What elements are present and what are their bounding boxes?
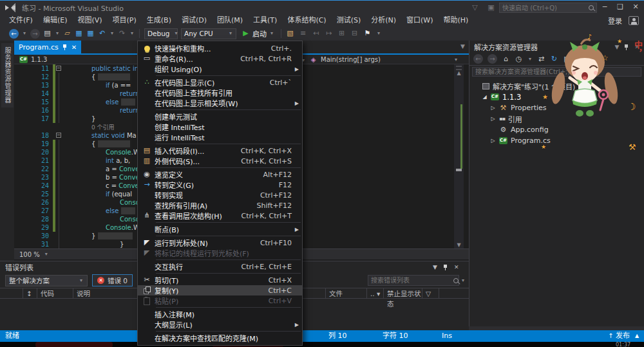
minimize-button[interactable]: −: [598, 1, 612, 14]
context-menu-item[interactable]: 在代码图上显示相关项(W)▶: [138, 98, 302, 108]
menubar-item[interactable]: 项目(P): [108, 15, 142, 26]
start-debugging-button[interactable]: ▶ 启动 ▾: [240, 28, 276, 39]
context-menu-item[interactable]: 复制(Y)Ctrl+C: [138, 285, 302, 295]
sync-active-document-icon[interactable]: ⇄: [537, 55, 545, 64]
context-menu-item[interactable]: 转到实现Ctrl+F12: [138, 190, 302, 200]
panel-dropdown-icon[interactable]: ▼: [615, 44, 620, 50]
menubar-item[interactable]: 帮助(H): [439, 15, 474, 26]
collapsed-arrow-icon[interactable]: ▷: [490, 105, 496, 111]
save-all-icon[interactable]: ▦: [86, 29, 95, 38]
menubar-item[interactable]: 视图(V): [72, 15, 107, 26]
send-feedback-icon[interactable]: ▣: [487, 3, 495, 12]
context-menu-item[interactable]: ∴在代码图上显示(C)Ctrl+`: [138, 77, 302, 88]
errors-filter-button[interactable]: ✕ 错误 0: [92, 274, 133, 286]
expanded-arrow-icon[interactable]: ◢: [482, 94, 488, 100]
user-avatar-icon[interactable]: [629, 16, 639, 25]
navigate-forward-icon[interactable]: ↦: [325, 29, 333, 38]
toolbar-options-icon[interactable]: ≡: [299, 29, 307, 38]
error-search-input[interactable]: [371, 277, 451, 284]
context-menu-item[interactable]: 快速操作和重构...Ctrl+.: [138, 43, 302, 53]
menubar-item[interactable]: 体系结构(C): [282, 15, 331, 26]
column-header-severity-column[interactable]: [0, 288, 23, 299]
tree-item--[interactable]: ▷▪▪引用: [469, 113, 644, 124]
bookmark-dropdown-icon[interactable]: ▾: [376, 29, 381, 38]
solution-search-box[interactable]: [472, 67, 641, 77]
pin-icon[interactable]: [624, 44, 629, 50]
menubar-item[interactable]: 测试(S): [332, 15, 366, 26]
back-icon-dim[interactable]: ←: [473, 54, 483, 64]
context-menu-item[interactable]: 大纲显示(L)▶: [138, 319, 302, 330]
context-menu-item[interactable]: 交互执行Ctrl+E, Ctrl+E: [138, 261, 302, 272]
pin-icon[interactable]: [62, 44, 68, 50]
collapsed-arrow-icon[interactable]: ▷: [490, 116, 496, 122]
menubar-item[interactable]: 工具(T): [248, 15, 282, 26]
context-menu-item[interactable]: 断点(B)▶: [138, 224, 302, 234]
open-folder-icon[interactable]: ▱: [63, 29, 71, 38]
panel-close-icon[interactable]: ✕: [454, 264, 459, 270]
menubar-item[interactable]: 编辑(E): [38, 15, 73, 26]
new-item-icon[interactable]: ▤: [43, 29, 52, 38]
context-menu-item[interactable]: ▤插入代码段(I)...Ctrl+K, Ctrl+X: [138, 145, 302, 156]
new-item-dropdown-icon[interactable]: ▾: [55, 29, 60, 38]
members-dropdown-icon[interactable]: ▾: [453, 55, 459, 64]
error-scope-dropdown[interactable]: 整个解决方案 ▾: [5, 275, 88, 286]
column-header-file-more-column[interactable]: .. ▾: [367, 288, 384, 299]
uncomment-icon[interactable]: ⊟: [350, 29, 359, 38]
save-icon[interactable]: ▦: [75, 29, 83, 38]
context-menu-item[interactable]: ⋔查看调用层次结构(H)Ctrl+K, Ctrl+T: [138, 211, 302, 221]
search-dropdown-icon[interactable]: ▾: [460, 276, 466, 285]
column-header-file-column[interactable]: 文件: [326, 288, 367, 299]
undo-icon[interactable]: ↶: [98, 29, 106, 38]
tree-item-1.1.3[interactable]: ◢C#1.1.3: [469, 91, 644, 102]
context-menu-item[interactable]: 查找所有引用(A)Shift+F12: [138, 200, 302, 211]
publish-expand-icon[interactable]: ▲: [635, 330, 639, 342]
back-icon[interactable]: ←: [9, 29, 19, 39]
context-menu-item[interactable]: ▭重命名(R)...Ctrl+R, Ctrl+R: [138, 53, 302, 64]
refresh-icon[interactable]: ↻: [550, 55, 558, 64]
zoom-dropdown-icon[interactable]: ▾: [44, 250, 49, 259]
editor-vertical-scrollbar[interactable]: ▲ ▼: [454, 64, 464, 249]
publish-button[interactable]: 发布: [616, 330, 630, 342]
scroll-down-icon[interactable]: ▼: [454, 242, 464, 248]
menubar-item[interactable]: 窗口(W): [401, 15, 438, 26]
context-menu-item[interactable]: 在代码图上查找所有引用: [138, 88, 302, 98]
redo-icon[interactable]: ↷: [118, 29, 126, 38]
context-menu-item[interactable]: 插入注释(M): [138, 309, 302, 319]
fold-collapse-icon[interactable]: −: [56, 66, 61, 71]
context-menu-item[interactable]: ✂剪切(T)Ctrl+X: [138, 275, 302, 285]
context-menu-item[interactable]: 在解决方案中查找匹配的克隆(M): [138, 333, 302, 343]
pending-changes-filter-icon[interactable]: ◷: [515, 55, 523, 64]
start-dropdown-icon[interactable]: ▾: [269, 29, 274, 38]
context-menu-item[interactable]: 组织 Using(O)▶: [138, 64, 302, 74]
zoom-level-dropdown[interactable]: 100 %: [19, 251, 40, 258]
context-menu-item[interactable]: 运行 IntelliTest: [138, 132, 302, 142]
column-header-filter-column[interactable]: ▽: [422, 288, 439, 299]
tree-item--1-[interactable]: 解决方案"练习"(1 个项目): [469, 80, 644, 91]
quick-launch-input[interactable]: [502, 5, 586, 12]
quick-launch-box[interactable]: [499, 3, 597, 13]
navigate-backward-icon[interactable]: ↤: [312, 29, 320, 38]
properties-page-icon[interactable]: ⚙: [589, 55, 597, 64]
show-all-files-icon[interactable]: ▤: [563, 55, 571, 64]
find-in-files-icon[interactable]: ▧: [286, 29, 294, 38]
context-menu-item[interactable]: 创建 IntelliTest: [138, 122, 302, 132]
context-menu-item[interactable]: ▥外侧代码(S)...Ctrl+K, Ctrl+S: [138, 156, 302, 166]
solution-platforms-dropdown[interactable]: Any CPU▾: [181, 28, 236, 39]
column-header-code-column[interactable]: 代码: [37, 288, 73, 299]
splitter-handle[interactable]: [456, 66, 462, 70]
outline-margin[interactable]: −: [55, 64, 63, 73]
filter-dropdown-icon[interactable]: ▾: [527, 55, 533, 64]
redo-dropdown-icon[interactable]: ▾: [129, 29, 135, 38]
tree-item-app.config[interactable]: ⚙App.config: [469, 124, 644, 135]
maximize-button[interactable]: ❑: [613, 1, 627, 14]
column-header-suppression-column[interactable]: 禁止显示状态: [384, 288, 422, 299]
menubar-item[interactable]: 分析(N): [366, 15, 401, 26]
forward-icon-dim[interactable]: →: [488, 54, 497, 64]
menubar-item[interactable]: 文件(F): [4, 15, 38, 26]
context-menu-item[interactable]: ◤运行到光标处(N)Ctrl+F10: [138, 238, 302, 248]
scroll-up-icon[interactable]: ▲: [454, 70, 464, 77]
solution-search-input[interactable]: [475, 68, 638, 75]
error-list-search-box[interactable]: ▾: [368, 275, 459, 286]
context-menu-item[interactable]: ◉速览定义Alt+F12: [138, 169, 302, 180]
codelens-references-link[interactable]: 0 个引用: [91, 123, 115, 131]
